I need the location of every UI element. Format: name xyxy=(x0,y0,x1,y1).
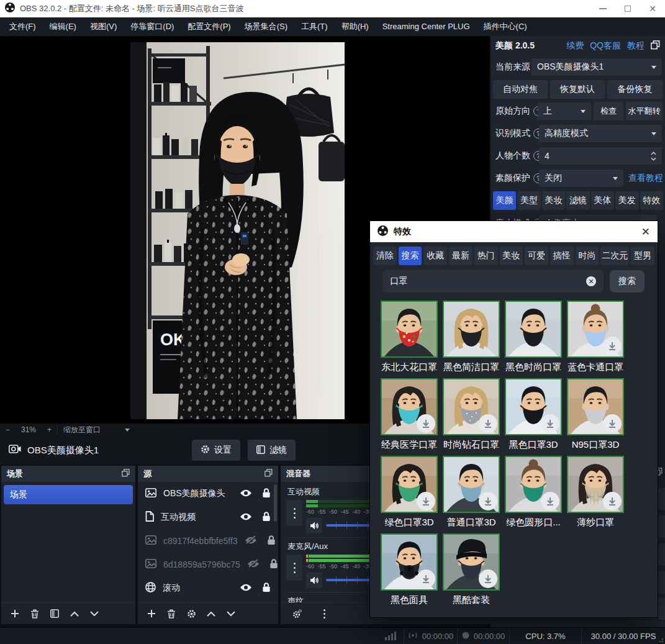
download-icon[interactable] xyxy=(417,492,435,510)
close-button[interactable]: ✕ xyxy=(640,0,665,17)
menu-item[interactable]: Streaming Center PLUG xyxy=(376,17,477,36)
effect-thumbnail[interactable] xyxy=(443,456,500,513)
effect-thumbnail[interactable] xyxy=(381,378,438,435)
download-icon[interactable] xyxy=(603,337,622,355)
move-up-button[interactable] xyxy=(66,605,83,622)
menu-item[interactable]: 文件(F) xyxy=(2,17,43,36)
mute-button[interactable] xyxy=(306,517,322,533)
count-up-button[interactable] xyxy=(651,152,656,155)
effect-item[interactable]: 黑酷套装 xyxy=(440,533,502,611)
effect-thumbnail[interactable] xyxy=(381,301,438,358)
effect-tab[interactable]: 美妆 xyxy=(500,247,523,265)
effect-thumbnail[interactable] xyxy=(443,378,500,435)
remove-scene-button[interactable] xyxy=(26,605,43,622)
effect-item[interactable]: 东北大花口罩 xyxy=(378,301,440,378)
lock-toggle[interactable] xyxy=(262,582,271,594)
effect-tab[interactable]: 搞怪 xyxy=(550,247,574,265)
effect-tab[interactable]: 二次元 xyxy=(600,247,629,265)
source-row[interactable]: OBS美颜摄像头 xyxy=(138,482,278,506)
visibility-toggle[interactable] xyxy=(240,512,252,523)
orientation-select[interactable]: 上 xyxy=(538,102,591,120)
download-icon[interactable] xyxy=(603,414,622,433)
effect-item[interactable]: 蓝色卡通口罩 xyxy=(564,301,627,378)
sources-header[interactable]: 源 xyxy=(138,466,278,482)
add-scene-button[interactable] xyxy=(6,605,24,622)
source-scrollbar[interactable] xyxy=(274,484,277,522)
effect-thumbnail[interactable] xyxy=(381,533,438,591)
effect-item[interactable]: 绿色口罩3D xyxy=(378,456,440,533)
mixer-menu-button[interactable] xyxy=(315,605,333,622)
qq-support-link[interactable]: QQ客服 xyxy=(590,40,621,52)
tutorial-link[interactable]: 教程 xyxy=(627,40,645,52)
effect-thumbnail[interactable] xyxy=(505,301,562,358)
menu-item[interactable]: 视图(V) xyxy=(83,17,124,36)
effect-item[interactable]: N95口罩3D xyxy=(564,378,627,456)
download-icon[interactable] xyxy=(603,492,622,510)
menu-item[interactable]: 工具(T) xyxy=(294,17,335,36)
popout-icon[interactable] xyxy=(122,468,130,479)
check-button[interactable]: 检查 xyxy=(594,102,623,120)
effect-item[interactable]: 绿色圆形口... xyxy=(502,456,564,533)
visibility-toggle[interactable] xyxy=(245,536,257,546)
autofocus-button[interactable]: 自动对焦 xyxy=(493,80,548,99)
maximize-button[interactable] xyxy=(615,0,640,17)
lock-toggle[interactable] xyxy=(262,488,271,500)
minimize-button[interactable] xyxy=(590,0,615,17)
beauty-tab[interactable]: 特效 xyxy=(640,191,663,210)
effect-thumbnail[interactable] xyxy=(567,456,624,513)
effect-thumbnail[interactable] xyxy=(567,378,624,435)
popout-icon[interactable] xyxy=(265,468,273,479)
effect-item[interactable]: 普通口罩3D xyxy=(440,456,502,533)
effect-tab[interactable]: 可爱 xyxy=(525,247,548,265)
remove-source-button[interactable] xyxy=(163,605,180,622)
resize-grip[interactable] xyxy=(659,638,664,643)
menu-item[interactable]: 场景集合(S) xyxy=(238,17,294,36)
scene-item[interactable]: 场景 xyxy=(4,485,133,504)
move-down-button[interactable] xyxy=(86,605,103,622)
move-down-button[interactable] xyxy=(222,605,240,622)
lock-toggle[interactable] xyxy=(262,511,271,524)
restore-default-button[interactable]: 恢复默认 xyxy=(550,80,605,99)
effect-thumbnail[interactable] xyxy=(443,301,500,358)
effect-thumbnail[interactable] xyxy=(567,301,624,358)
move-up-button[interactable] xyxy=(202,605,220,622)
flip-horizontal-button[interactable]: 水平翻转 xyxy=(626,102,663,120)
effect-item[interactable]: 黑色简洁口罩 xyxy=(440,301,502,378)
effect-item[interactable]: 黑色口罩3D xyxy=(502,378,564,456)
effect-thumbnail[interactable] xyxy=(443,533,500,591)
lock-toggle[interactable] xyxy=(267,535,276,547)
effect-tab[interactable]: 时尚 xyxy=(576,247,599,265)
edge-dock-button[interactable] xyxy=(658,571,665,594)
effect-search-input[interactable]: 口罩 ✕ xyxy=(382,270,604,293)
fit-to-window-select[interactable]: 缩放至窗口 xyxy=(58,425,106,435)
effect-tab[interactable]: 搜索 xyxy=(399,247,422,265)
menu-item[interactable]: 停靠窗口(D) xyxy=(124,17,181,36)
effect-tab[interactable]: 型男 xyxy=(631,247,654,265)
effect-item[interactable]: 时尚钻石口罩 xyxy=(440,378,502,456)
beauty-tab[interactable]: 美型 xyxy=(517,191,540,210)
download-icon[interactable] xyxy=(479,569,497,588)
popout-icon[interactable] xyxy=(651,40,660,52)
beauty-tab[interactable]: 美体 xyxy=(591,191,614,210)
effect-thumbnail[interactable] xyxy=(505,378,562,435)
dialog-close-button[interactable]: ✕ xyxy=(641,227,650,237)
clear-search-icon[interactable]: ✕ xyxy=(586,276,596,286)
edge-dock-button[interactable] xyxy=(658,488,665,510)
dialog-titlebar[interactable]: 特效 ✕ xyxy=(370,221,658,242)
menu-item[interactable]: 配置文件(P) xyxy=(181,17,237,36)
download-icon[interactable] xyxy=(417,414,435,433)
source-row[interactable]: 6d18859a5796bc75 xyxy=(138,553,278,576)
count-down-button[interactable] xyxy=(651,157,656,161)
person-count-input[interactable]: 4 xyxy=(539,147,662,165)
search-button[interactable]: 搜索 xyxy=(610,270,645,293)
beauty-tab[interactable]: 美发 xyxy=(615,191,638,210)
renew-link[interactable]: 续费 xyxy=(566,40,584,52)
beauty-tab[interactable]: 美妆 xyxy=(542,191,565,210)
advanced-audio-button[interactable] xyxy=(288,605,305,622)
settings-button[interactable]: 设置 xyxy=(192,440,240,461)
scene-filters-button[interactable] xyxy=(46,605,63,622)
mute-button[interactable] xyxy=(306,572,322,588)
visibility-toggle[interactable] xyxy=(247,560,260,570)
zoom-in-button[interactable]: + xyxy=(42,425,57,434)
detect-mode-select[interactable]: 高精度模式 xyxy=(539,125,662,142)
